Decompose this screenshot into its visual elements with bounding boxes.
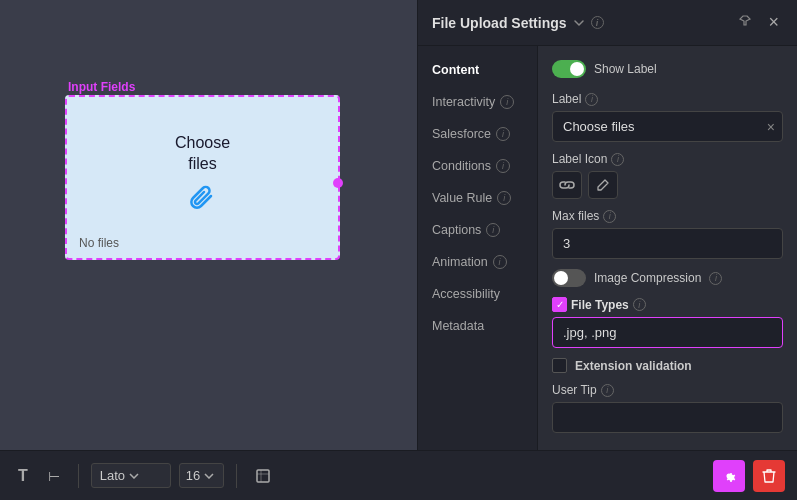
nav-item-salesforce[interactable]: Salesforce i	[418, 118, 537, 150]
input-fields-label: Input Fields	[68, 80, 135, 94]
nav-info-icon: i	[500, 95, 514, 109]
file-types-label: ✓ File Types i	[552, 297, 783, 312]
link-icon	[559, 179, 575, 191]
panel-body: Content Interactivity i Salesforce i Con…	[418, 46, 797, 450]
panel-title: File Upload Settings i	[432, 15, 604, 31]
text-format-button[interactable]: T	[12, 463, 34, 489]
widget-no-files-text: No files	[79, 236, 119, 250]
label-edit-icon-btn[interactable]	[588, 171, 618, 199]
pin-icon	[738, 14, 752, 28]
nav-info-icon-2: i	[496, 127, 510, 141]
nav-info-icon-5: i	[486, 223, 500, 237]
file-types-input[interactable]	[552, 317, 783, 348]
user-tip-info-icon: i	[601, 384, 614, 397]
widget-handle-dot	[333, 178, 343, 188]
nav-info-icon-6: i	[493, 255, 507, 269]
max-files-label: Max files i	[552, 209, 783, 223]
font-dropdown-icon	[129, 473, 139, 479]
expand-button[interactable]	[249, 464, 277, 488]
label-info-icon: i	[585, 93, 598, 106]
show-label-toggle[interactable]	[552, 60, 586, 78]
label-icons-row	[552, 171, 783, 199]
panel-title-text: File Upload Settings	[432, 15, 567, 31]
label-clear-button[interactable]: ×	[767, 120, 775, 134]
user-tip-label: User Tip i	[552, 383, 783, 397]
panel-pin-button[interactable]	[734, 12, 756, 33]
nav-item-value-rule[interactable]: Value Rule i	[418, 182, 537, 214]
size-dropdown-icon	[204, 473, 214, 479]
file-types-form-group: ✓ File Types i	[552, 297, 783, 348]
align-button[interactable]: ⊢	[42, 464, 66, 488]
edit-icon	[596, 178, 610, 192]
panel-title-actions: ×	[734, 10, 783, 35]
max-files-info-icon: i	[603, 210, 616, 223]
user-tip-form-group: User Tip i	[552, 383, 783, 433]
nav-item-conditions[interactable]: Conditions i	[418, 150, 537, 182]
extension-validation-row: Extension validation	[552, 358, 783, 373]
nav-item-metadata[interactable]: Metadata	[418, 310, 537, 342]
toolbar-divider-2	[236, 464, 237, 488]
panel-close-button[interactable]: ×	[764, 10, 783, 35]
image-compression-toggle[interactable]	[552, 269, 586, 287]
size-value: 16	[186, 468, 200, 483]
expand-icon	[255, 468, 271, 484]
panel-header: File Upload Settings i ×	[418, 0, 797, 46]
panel-title-dropdown-icon[interactable]	[573, 17, 585, 29]
font-select[interactable]: Lato	[91, 463, 171, 488]
label-input-wrapper: ×	[552, 111, 783, 142]
label-icon-label: Label Icon i	[552, 152, 783, 166]
image-compression-label: Image Compression	[594, 271, 701, 285]
nav-item-content[interactable]: Content	[418, 54, 537, 86]
gear-icon	[721, 468, 737, 484]
file-types-info-icon: i	[633, 298, 646, 311]
show-label-row: Show Label	[552, 56, 783, 82]
toolbar-divider-1	[78, 464, 79, 488]
label-icon-form-group: Label Icon i	[552, 152, 783, 199]
panel-nav: Content Interactivity i Salesforce i Con…	[418, 46, 538, 450]
checkbox-check: ✓	[556, 300, 564, 310]
svg-rect-0	[257, 470, 269, 482]
user-tip-input[interactable]	[552, 402, 783, 433]
label-link-icon-btn[interactable]	[552, 171, 582, 199]
image-compression-info: i	[709, 272, 722, 285]
extension-validation-checkbox[interactable]	[552, 358, 567, 373]
file-upload-widget: Choosefiles No files	[65, 95, 340, 260]
label-form-group: Label i ×	[552, 92, 783, 142]
nav-info-icon-3: i	[496, 159, 510, 173]
trash-button[interactable]	[753, 460, 785, 492]
font-value: Lato	[100, 468, 125, 483]
widget-choose-text: Choosefiles	[175, 133, 230, 175]
align-icon: ⊢	[48, 468, 60, 484]
canvas-area: Input Fields Choosefiles No files	[0, 0, 417, 450]
max-files-form-group: Max files i	[552, 209, 783, 259]
nav-item-captions[interactable]: Captions i	[418, 214, 537, 246]
trash-icon	[762, 468, 776, 484]
max-files-input[interactable]	[552, 228, 783, 259]
label-icon-info-icon: i	[611, 153, 624, 166]
nav-info-icon-4: i	[497, 191, 511, 205]
image-compression-row: Image Compression i	[552, 269, 783, 287]
right-panel: File Upload Settings i × Content	[417, 0, 797, 450]
label-field-label: Label i	[552, 92, 783, 106]
size-select[interactable]: 16	[179, 463, 224, 488]
extension-validation-label: Extension validation	[575, 359, 692, 373]
label-input[interactable]	[552, 111, 783, 142]
nav-item-animation[interactable]: Animation i	[418, 246, 537, 278]
file-types-checkbox[interactable]: ✓	[552, 297, 567, 312]
panel-info-icon: i	[591, 16, 604, 29]
panel-content: Show Label Label i × Label I	[538, 46, 797, 450]
bottom-toolbar: T ⊢ Lato 16	[0, 450, 797, 500]
text-icon: T	[18, 467, 28, 485]
widget-clip-icon	[183, 182, 223, 222]
nav-item-accessibility[interactable]: Accessibility	[418, 278, 537, 310]
gear-button[interactable]	[713, 460, 745, 492]
nav-item-interactivity[interactable]: Interactivity i	[418, 86, 537, 118]
show-label-text: Show Label	[594, 62, 657, 76]
